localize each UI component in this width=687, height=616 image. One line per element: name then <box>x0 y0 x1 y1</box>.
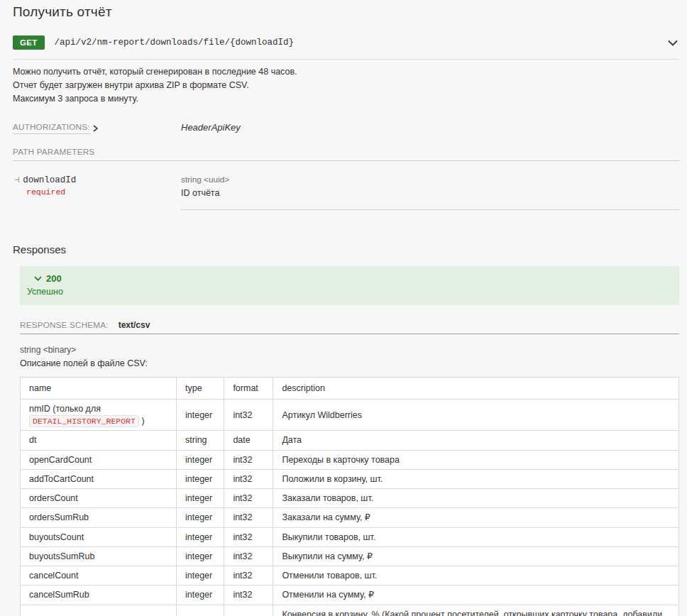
cell-format: int32 <box>224 527 273 546</box>
schema-type-line: string <binary> <box>20 345 679 355</box>
table-row: ordersSumRubintegerint32Заказали на сумм… <box>21 508 679 527</box>
response-schema-row: RESPONSE SCHEMA: text/csv <box>20 320 679 334</box>
authorizations-label: AUTHORIZATIONS: <box>13 122 90 134</box>
cell-type: string <box>177 431 224 450</box>
response-200-panel: 200 Успешно <box>20 266 679 305</box>
http-method-badge: GET <box>13 35 45 50</box>
endpoint-path: /api/v2/nm-report/downloads/file/{downlo… <box>55 38 295 48</box>
parameter-type: string <uuid> <box>181 175 679 185</box>
cell-type: number <box>177 605 224 616</box>
cell-name: addToCartConversion <box>21 605 177 616</box>
cell-type: integer <box>177 450 224 469</box>
response-schema-label: RESPONSE SCHEMA: <box>20 320 109 329</box>
cell-format: date <box>224 431 273 450</box>
report-type-code-badge: DETAIL_HISTORY_REPORT <box>29 415 139 427</box>
cell-name: cancelCount <box>21 566 177 585</box>
cell-format: int32 <box>224 400 273 431</box>
cell-type: integer <box>177 508 224 527</box>
cell-description: Дата <box>273 431 679 450</box>
cell-type: integer <box>177 469 224 488</box>
cell-format: int32 <box>224 450 273 469</box>
cell-format: int32 <box>224 489 273 508</box>
table-row: buyoutsSumRubintegerint32Выкупили на сум… <box>21 546 679 566</box>
table-row: dtstringdateДата <box>21 431 679 450</box>
table-row: buyoutsCountintegerint32Выкупили товаров… <box>21 527 679 546</box>
description-line: Отчет будет загружен внутри архива ZIP в… <box>13 79 679 91</box>
csv-fields-intro: Описание полей в файле CSV: <box>20 358 679 368</box>
table-row: nmID (только для DETAIL_HISTORY_REPORT )… <box>21 400 679 431</box>
authorizations-toggle[interactable]: AUTHORIZATIONS: <box>13 122 98 134</box>
response-200-toggle[interactable]: 200 <box>27 273 672 284</box>
cell-format: int32 <box>224 585 273 605</box>
cell-name: buyoutsSumRub <box>21 546 177 566</box>
responses-heading: Responses <box>13 243 679 255</box>
table-row: addToCartCountintegerint32Положили в кор… <box>21 469 679 488</box>
cell-name: openCardCount <box>21 450 177 469</box>
response-content-type: text/csv <box>119 320 150 330</box>
cell-name: cancelSumRub <box>21 585 177 605</box>
column-header-type: type <box>177 378 224 400</box>
response-status-description: Успешно <box>27 287 672 297</box>
cell-description: Заказали на сумму, ₽ <box>273 508 679 527</box>
cell-name: ordersSumRub <box>21 508 177 527</box>
field-table-body: nmID (только для DETAIL_HISTORY_REPORT )… <box>21 400 679 616</box>
table-row: ordersCountintegerint32Заказали товаров,… <box>21 489 679 508</box>
table-row: cancelCountintegerint32Отменили товаров,… <box>21 566 679 585</box>
response-status-code: 200 <box>46 273 62 284</box>
cell-description: Отменили на сумму, ₽ <box>273 585 679 605</box>
cell-description: Положили в корзину, шт. <box>273 469 679 488</box>
cell-description: Выкупили на сумму, ₽ <box>273 546 679 566</box>
endpoint-description: Можно получить отчёт, который сгенериров… <box>13 66 679 104</box>
cell-type: integer <box>177 566 224 585</box>
authorizations-row: AUTHORIZATIONS: HeaderApiKey <box>13 122 679 134</box>
parameter-details-cell: string <uuid> ID отчёта <box>181 175 679 210</box>
cell-name: dt <box>21 431 177 450</box>
csv-fields-table: name type format description nmID (тольк… <box>20 377 679 616</box>
cell-description: Артикул Wildberries <box>273 400 679 431</box>
cell-name: addToCartCount <box>21 469 177 488</box>
column-header-format: format <box>224 378 273 400</box>
cell-description: Переходы в карточку товара <box>273 450 679 469</box>
description-line: Максимум 3 запроса в минуту. <box>13 93 679 104</box>
cell-format: int32 <box>224 469 273 488</box>
cell-type: integer <box>177 489 224 508</box>
page-title: Получить отчёт <box>13 4 679 20</box>
cell-format: int32 <box>224 566 273 585</box>
table-row: cancelSumRubintegerint32Отменили на сумм… <box>21 585 679 605</box>
cell-format: int32 <box>224 546 273 566</box>
parameter-name: downloadId <box>23 175 76 185</box>
column-header-name: name <box>21 378 177 400</box>
api-doc-page: Получить отчёт GET /api/v2/nm-report/dow… <box>0 0 687 616</box>
cell-name: nmID (только для DETAIL_HISTORY_REPORT ) <box>21 400 177 431</box>
cell-name: buyoutsCount <box>21 527 177 546</box>
parameter-description: ID отчёта <box>181 188 679 198</box>
chevron-down-icon[interactable] <box>668 40 678 46</box>
parameter-row: ⊣ downloadId required string <uuid> ID о… <box>13 161 679 210</box>
path-parameters-label: PATH PARAMETERS <box>13 147 679 161</box>
column-header-description: description <box>273 378 679 400</box>
cell-description: Выкупили товаров, шт. <box>273 527 679 546</box>
chevron-down-icon <box>34 276 42 281</box>
table-header-row: name type format description <box>21 378 679 400</box>
parameter-name-cell: ⊣ downloadId required <box>13 175 181 210</box>
cell-type: integer <box>177 527 224 546</box>
tree-marker-icon: ⊣ <box>14 175 19 185</box>
cell-description: Конверсия в корзину, % (Какой процент по… <box>273 605 679 616</box>
cell-type: integer <box>177 585 224 605</box>
description-line: Можно получить отчёт, который сгенериров… <box>13 66 679 77</box>
cell-description: Заказали товаров, шт. <box>273 489 679 508</box>
cell-description: Отменили товаров, шт. <box>273 566 679 585</box>
cell-type: integer <box>177 400 224 431</box>
cell-format: int32 <box>224 508 273 527</box>
cell-format: int32 <box>224 605 273 616</box>
chevron-right-icon <box>93 125 98 132</box>
endpoint-bar[interactable]: GET /api/v2/nm-report/downloads/file/{do… <box>13 34 679 60</box>
required-badge: required <box>26 187 181 197</box>
cell-name: ordersCount <box>21 489 177 508</box>
cell-type: integer <box>177 546 224 566</box>
table-row: addToCartConversionnumberint32Конверсия … <box>21 605 679 616</box>
table-row: openCardCountintegerint32Переходы в карт… <box>21 450 679 469</box>
response-section: 200 Успешно RESPONSE SCHEMA: text/csv st… <box>20 266 679 616</box>
authorizations-value: HeaderApiKey <box>181 122 679 133</box>
